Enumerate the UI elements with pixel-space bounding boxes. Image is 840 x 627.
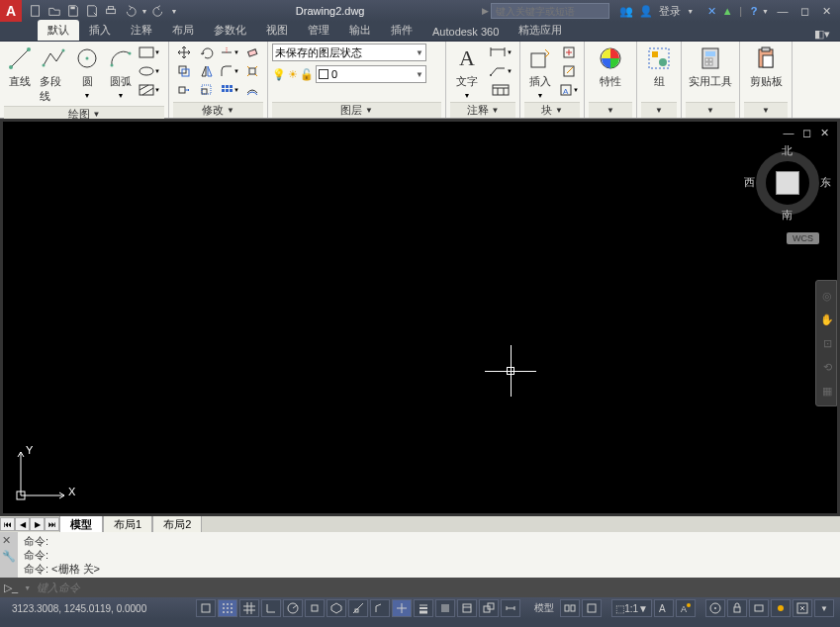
command-history[interactable]: 命令: 命令: 命令: <栅格 关> — [18, 532, 840, 578]
layout-tab-layout1[interactable]: 布局1 — [103, 515, 152, 534]
panel-block-title[interactable]: 块▼ — [524, 102, 580, 118]
polyline-button[interactable]: 多段线 — [38, 44, 69, 106]
copy-button[interactable] — [173, 62, 195, 80]
help-search-input[interactable] — [491, 3, 609, 19]
command-options-icon[interactable]: 🔧 — [2, 550, 16, 564]
leader-button[interactable]: ▼ — [486, 62, 515, 80]
undo-icon[interactable] — [122, 3, 138, 19]
layout-next-button[interactable]: ▶ — [30, 517, 45, 531]
linear-dim-button[interactable]: ▼ — [486, 44, 515, 61]
tab-output[interactable]: 输出 — [339, 20, 381, 41]
panel-layers-title[interactable]: 图层▼ — [272, 102, 441, 118]
insert-block-button[interactable]: 插入▼ — [524, 44, 556, 101]
showmotion-icon[interactable]: ▦ — [818, 382, 836, 400]
object-snap-tracking-button[interactable] — [348, 599, 368, 617]
hardware-acceleration-button[interactable] — [749, 599, 769, 617]
rectangle-button[interactable]: ▼ — [139, 44, 160, 61]
maximize-button[interactable]: ◻ — [796, 4, 812, 18]
minimize-button[interactable]: — — [775, 4, 791, 18]
tab-manage[interactable]: 管理 — [298, 20, 339, 41]
annotation-visibility-button[interactable]: A — [654, 599, 674, 617]
tab-featured[interactable]: 精选应用 — [509, 20, 572, 41]
auto-scale-button[interactable]: A — [676, 599, 696, 617]
polar-tracking-button[interactable] — [283, 599, 303, 617]
layout-tab-model[interactable]: 模型 — [59, 515, 103, 534]
open-icon[interactable] — [47, 3, 62, 19]
snap-mode-button[interactable] — [218, 599, 237, 617]
quick-view-drawings-button[interactable] — [582, 599, 602, 617]
text-button[interactable]: A文字▼ — [450, 44, 484, 101]
ortho-mode-button[interactable] — [261, 599, 281, 617]
quick-properties-button[interactable] — [457, 599, 477, 617]
undo-dropdown-icon[interactable]: ▼ — [140, 3, 148, 19]
panel-modify-title[interactable]: 修改▼ — [173, 102, 263, 118]
model-paper-toggle[interactable]: 模型 — [530, 601, 558, 615]
properties-button[interactable]: 特性 — [589, 44, 632, 91]
orbit-icon[interactable]: ⟲ — [818, 358, 836, 376]
workspace-switching-button[interactable] — [705, 599, 725, 617]
infocenter-icon[interactable]: 👥 — [619, 5, 633, 18]
edit-block-button[interactable] — [558, 62, 580, 80]
print-icon[interactable] — [103, 3, 119, 19]
rotate-button[interactable] — [196, 44, 218, 61]
login-area[interactable]: 👥 👤 登录 ▼ — [619, 4, 694, 19]
grid-display-button[interactable] — [239, 599, 259, 617]
object-snap-button[interactable] — [305, 599, 325, 617]
command-close-icon[interactable]: ✕ — [2, 534, 16, 548]
tab-insert[interactable]: 插入 — [79, 20, 121, 41]
viewport-close-icon[interactable]: ✕ — [817, 126, 831, 139]
fillet-button[interactable]: ▼ — [219, 62, 240, 80]
panel-utilities-title[interactable]: ▼ — [686, 102, 735, 118]
group-button[interactable]: 组 — [641, 44, 677, 91]
edit-attributes-button[interactable]: A▼ — [558, 81, 580, 99]
infer-constraints-button[interactable] — [196, 599, 216, 617]
wcs-badge[interactable]: WCS — [787, 232, 819, 244]
coordinates-display[interactable]: 3123.3008, 1245.0119, 0.0000 — [6, 603, 152, 614]
offset-button[interactable] — [241, 81, 263, 99]
annotation-monitor-button[interactable] — [501, 599, 520, 617]
explode-button[interactable] — [241, 62, 263, 80]
steering-wheel-icon[interactable]: ◎ — [818, 287, 836, 305]
panel-clipboard-title[interactable]: ▼ — [744, 102, 788, 118]
table-button[interactable] — [486, 81, 515, 99]
mirror-button[interactable] — [196, 62, 218, 80]
transparency-button[interactable] — [435, 599, 455, 617]
viewport-maximize-icon[interactable]: ◻ — [799, 126, 813, 139]
circle-button[interactable]: 圆▼ — [71, 44, 103, 101]
close-button[interactable]: ✕ — [818, 4, 834, 18]
tab-view[interactable]: 视图 — [256, 20, 298, 41]
ellipse-button[interactable]: ▼ — [139, 62, 160, 80]
panel-groups-title[interactable]: ▼ — [641, 102, 677, 118]
dynamic-ucs-button[interactable] — [370, 599, 390, 617]
panel-properties-title[interactable]: ▼ — [589, 102, 632, 118]
hatch-button[interactable]: ▼ — [139, 81, 160, 99]
layout-prev-button[interactable]: ◀ — [15, 517, 30, 531]
viewcube[interactable]: 北 南 东 西 — [750, 145, 825, 221]
dynamic-input-button[interactable] — [392, 599, 412, 617]
tab-annotate[interactable]: 注释 — [121, 20, 162, 41]
scale-button[interactable] — [196, 81, 218, 99]
sun-icon[interactable]: ☀ — [288, 68, 298, 81]
model-viewport[interactable]: — ◻ ✕ 北 南 东 西 WCS ◎ ✋ ⊡ ⟲ ▦ Y X — [3, 122, 837, 513]
exchange-icon[interactable]: ✕ — [703, 3, 719, 19]
erase-button[interactable] — [241, 44, 263, 61]
viewport-minimize-icon[interactable]: — — [782, 126, 795, 139]
clean-screen-button[interactable] — [793, 599, 812, 617]
customization-button[interactable]: ▼ — [814, 599, 834, 617]
layout-tab-layout2[interactable]: 布局2 — [152, 515, 202, 534]
tab-parametric[interactable]: 参数化 — [204, 20, 256, 41]
command-input[interactable] — [37, 582, 836, 593]
cloud-icon[interactable]: ▲ — [719, 3, 735, 19]
saveas-icon[interactable] — [84, 3, 100, 19]
isolate-objects-button[interactable] — [771, 599, 791, 617]
tab-plugins[interactable]: 插件 — [381, 20, 422, 41]
create-block-button[interactable] — [558, 44, 580, 61]
measure-button[interactable]: 实用工具 — [686, 44, 735, 91]
line-button[interactable]: 直线 — [4, 44, 36, 91]
lightbulb-icon[interactable]: 💡 — [272, 68, 286, 81]
quick-view-layouts-button[interactable] — [560, 599, 580, 617]
trim-button[interactable]: ▼ — [219, 44, 240, 61]
lock-ui-button[interactable] — [727, 599, 747, 617]
help-icon[interactable]: ? — [746, 3, 762, 19]
annotation-scale-icon[interactable]: ⬚ 1:1▼ — [611, 599, 652, 617]
